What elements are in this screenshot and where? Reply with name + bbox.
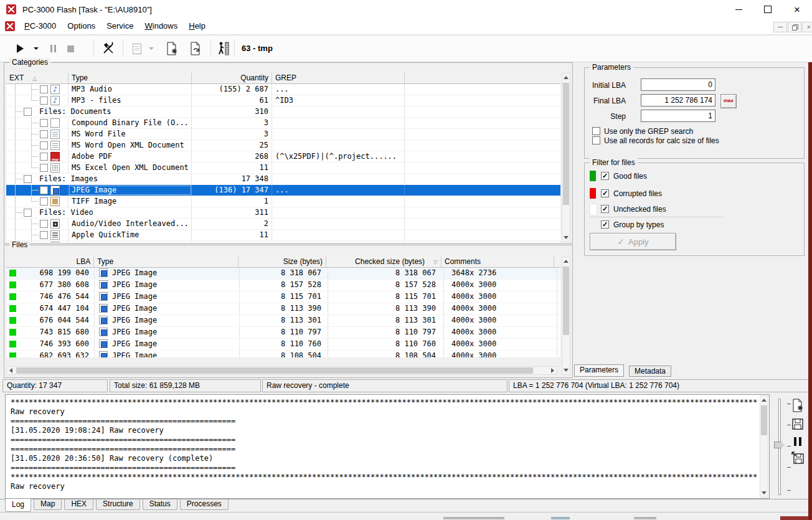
category-row[interactable]: MS Excel Open XML Document11 bbox=[6, 163, 560, 174]
minimize-button[interactable] bbox=[724, 0, 753, 19]
file-row[interactable]: 676 044 544JPEG Image8 113 3018 113 3014… bbox=[6, 315, 560, 327]
panel-tab-metadata[interactable]: Metadata bbox=[629, 366, 671, 377]
new-record-button[interactable] bbox=[130, 40, 144, 57]
corrupted-files-checkbox[interactable] bbox=[601, 189, 609, 197]
category-row[interactable]: TIFF Image1 bbox=[6, 196, 560, 207]
tab-processes[interactable]: Processes bbox=[180, 499, 229, 510]
tab-structure[interactable]: Structure bbox=[96, 499, 140, 510]
scroll-up-arrow[interactable] bbox=[562, 257, 570, 265]
category-checkbox[interactable] bbox=[40, 141, 48, 149]
category-row[interactable]: MP3 Audio(155) 2 687... bbox=[6, 84, 560, 95]
column-header-checked-size[interactable]: Checked size (bytes)▽ bbox=[326, 257, 441, 267]
file-row[interactable]: 698 199 040JPEG Image8 318 0678 318 0673… bbox=[6, 268, 560, 280]
apply-button[interactable]: ✓ Apply bbox=[590, 233, 676, 250]
category-row[interactable]: MS Word File3 bbox=[6, 129, 560, 140]
category-checkbox[interactable] bbox=[40, 119, 48, 127]
new-log-button[interactable] bbox=[790, 397, 806, 414]
maximize-button[interactable] bbox=[753, 0, 782, 19]
scroll-down-arrow[interactable] bbox=[562, 366, 570, 374]
column-header-lba[interactable]: LBA bbox=[6, 257, 94, 267]
scroll-up-arrow[interactable] bbox=[760, 396, 768, 404]
new-record-dropdown[interactable] bbox=[147, 40, 156, 57]
scroll-thumb[interactable] bbox=[563, 83, 569, 205]
files-hscrollbar[interactable] bbox=[6, 366, 557, 375]
recreate-document-button[interactable] bbox=[163, 40, 181, 57]
category-row[interactable]: Compound Binary File (O...3 bbox=[6, 118, 560, 129]
start-button[interactable] bbox=[12, 40, 27, 57]
export-log-button[interactable] bbox=[790, 450, 806, 466]
refresh-document-button[interactable] bbox=[187, 40, 204, 57]
file-row[interactable]: 682 693 632JPEG Image8 108 5048 108 5044… bbox=[6, 351, 560, 357]
scroll-right-arrow[interactable] bbox=[549, 367, 557, 374]
exit-task-button[interactable] bbox=[215, 40, 232, 57]
mdi-restore-button[interactable] bbox=[788, 22, 801, 32]
file-row[interactable]: 674 447 104JPEG Image8 113 3908 113 3904… bbox=[6, 303, 560, 315]
scroll-thumb[interactable] bbox=[761, 405, 767, 435]
menu-options[interactable]: Options bbox=[62, 19, 101, 34]
category-checkbox[interactable] bbox=[24, 175, 32, 183]
start-options-dropdown[interactable] bbox=[31, 40, 41, 57]
file-row[interactable]: 677 380 608JPEG Image8 157 5288 157 5284… bbox=[6, 280, 560, 291]
tab-log[interactable]: Log bbox=[5, 499, 31, 512]
column-header-size[interactable]: Size (bytes) bbox=[238, 257, 326, 267]
step-input[interactable] bbox=[641, 110, 715, 122]
log-zoom-thumb[interactable] bbox=[774, 442, 785, 448]
file-row[interactable]: 746 476 544JPEG Image8 115 7018 115 7014… bbox=[6, 291, 560, 303]
scroll-down-arrow[interactable] bbox=[562, 234, 570, 242]
column-header-type[interactable]: Type bbox=[94, 257, 238, 267]
category-checkbox[interactable] bbox=[40, 231, 48, 239]
category-checkbox[interactable] bbox=[40, 130, 48, 138]
final-lba-input[interactable] bbox=[641, 94, 715, 106]
stop-button[interactable] bbox=[64, 40, 77, 57]
category-group-row[interactable]: Files: Documents310 bbox=[6, 106, 560, 118]
scroll-thumb[interactable] bbox=[16, 367, 533, 374]
category-checkbox[interactable] bbox=[40, 197, 48, 206]
mdi-minimize-button[interactable] bbox=[773, 22, 787, 32]
category-row[interactable]: Audio/Video Interleaved...2 bbox=[6, 219, 560, 230]
scroll-left-arrow[interactable] bbox=[7, 367, 15, 374]
tab-hex[interactable]: HEX bbox=[64, 499, 93, 510]
category-checkbox[interactable] bbox=[40, 97, 48, 105]
files-vscrollbar[interactable] bbox=[562, 257, 570, 375]
tab-status[interactable]: Status bbox=[143, 499, 177, 510]
menu-help[interactable]: Help bbox=[183, 19, 211, 34]
file-row[interactable]: 743 815 680JPEG Image8 110 7978 110 7974… bbox=[6, 327, 560, 339]
category-group-row[interactable]: Files: Video311 bbox=[6, 207, 560, 219]
category-row[interactable]: Adobe PDF268(^\x25PDF)|(^.project...... bbox=[6, 151, 560, 163]
tools-button[interactable] bbox=[100, 40, 117, 57]
mdi-close-button[interactable]: × bbox=[802, 22, 812, 32]
column-header-grep[interactable]: GREP bbox=[272, 73, 405, 83]
category-checkbox[interactable] bbox=[40, 153, 48, 161]
menu-windows[interactable]: Windows bbox=[139, 19, 183, 34]
column-header-comments[interactable]: Comments bbox=[441, 257, 554, 267]
scroll-down-arrow[interactable] bbox=[760, 489, 768, 497]
close-button[interactable]: × bbox=[783, 0, 811, 19]
log-vscrollbar[interactable] bbox=[760, 395, 768, 498]
category-row[interactable]: MPEG-442 bbox=[6, 241, 560, 242]
column-header-ext[interactable]: EXT△ bbox=[6, 73, 68, 83]
all-records-checkbox[interactable] bbox=[592, 136, 600, 144]
category-row[interactable]: MS Word Open XML Document25 bbox=[6, 140, 560, 151]
category-checkbox[interactable] bbox=[40, 186, 48, 194]
menu-pc-3000[interactable]: PC-3000 bbox=[19, 19, 62, 34]
category-checkbox[interactable] bbox=[40, 85, 48, 93]
max-button[interactable]: max bbox=[720, 94, 737, 108]
category-checkbox[interactable] bbox=[24, 108, 32, 116]
categories-vscrollbar[interactable] bbox=[562, 73, 570, 242]
scroll-up-arrow[interactable] bbox=[562, 73, 570, 82]
pause-log-button[interactable] bbox=[790, 433, 806, 450]
category-group-row[interactable]: Files: Images17 348 bbox=[6, 174, 560, 185]
group-by-types-checkbox[interactable] bbox=[601, 220, 609, 229]
tab-map[interactable]: Map bbox=[34, 499, 62, 510]
save-log-button[interactable] bbox=[790, 416, 806, 432]
category-checkbox[interactable] bbox=[24, 209, 32, 217]
grep-search-checkbox[interactable] bbox=[592, 127, 600, 135]
category-checkbox[interactable] bbox=[40, 164, 48, 172]
file-row[interactable]: 746 393 600JPEG Image8 110 7608 110 7604… bbox=[6, 339, 560, 351]
initial-lba-input[interactable] bbox=[641, 78, 715, 91]
unchecked-files-checkbox[interactable] bbox=[601, 205, 609, 213]
category-checkbox[interactable] bbox=[40, 220, 48, 228]
scroll-thumb[interactable] bbox=[563, 267, 569, 335]
category-row[interactable]: Apple QuickTime11 bbox=[6, 230, 560, 241]
good-files-checkbox[interactable] bbox=[601, 172, 609, 180]
